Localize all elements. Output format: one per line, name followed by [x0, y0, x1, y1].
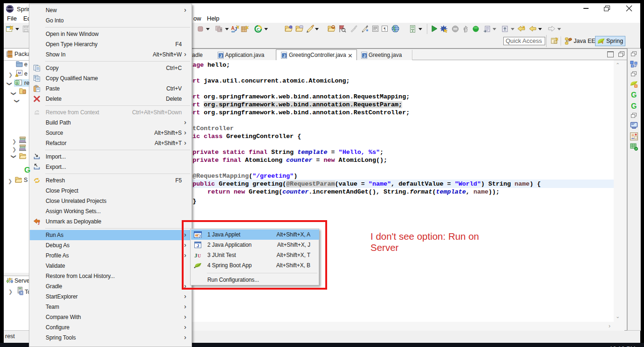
svg-text:J: J [38, 222, 40, 225]
svg-text:J: J [363, 54, 365, 58]
svg-text:¶: ¶ [384, 27, 385, 31]
svg-text:J: J [234, 27, 237, 32]
svg-text:G: G [16, 81, 19, 84]
svg-text:J: J [283, 54, 285, 58]
svg-text:M: M [18, 71, 21, 75]
svg-text:J: J [219, 54, 222, 58]
svg-text:C: C [257, 27, 260, 32]
svg-text:!: ! [16, 74, 17, 77]
